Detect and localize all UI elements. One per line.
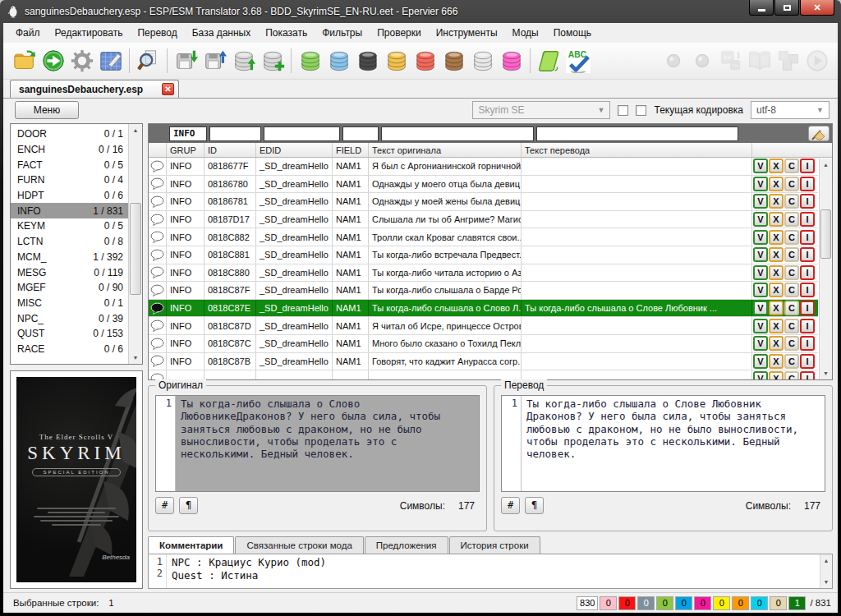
bottom-tab-3[interactable]: История строки [449, 536, 540, 554]
table-row[interactable]: INFO0818C87E_SD_dreamHelloNAM1Ты когда-л… [149, 300, 818, 318]
row-button-v[interactable]: V [753, 283, 768, 297]
sidebar-item-race[interactable]: RACE0 / 6 [11, 342, 128, 357]
sidebar-item-hdpt[interactable]: HDPT0 / 6 [11, 188, 128, 204]
scroll-up-icon[interactable]: ▲ [820, 554, 832, 567]
game-lock-checkbox[interactable] [618, 105, 628, 116]
header-cell-0[interactable]: GRUP [167, 143, 205, 157]
pilcrow-button[interactable]: ¶ [179, 497, 198, 514]
table-row[interactable]: INFO0818C87F_SD_dreamHelloNAM1Ты когда-л… [149, 282, 818, 300]
comments-scrollbar[interactable]: ▲ ▼ [820, 554, 832, 588]
db-upload-icon[interactable] [229, 47, 258, 76]
comments-content[interactable]: 1 2 NPC : Крациус Курио (mod) Quest : Ис… [148, 554, 833, 589]
table-scrollbar[interactable]: ▲ ▼ [819, 159, 832, 379]
row-button-v[interactable]: V [753, 301, 768, 315]
row-button-i[interactable]: I [800, 319, 815, 333]
scroll-down-icon[interactable]: ▼ [820, 576, 832, 588]
database-green-icon[interactable] [296, 47, 324, 76]
row-button-i[interactable]: I [800, 230, 815, 245]
menu-item-5[interactable]: Фильтры [315, 25, 370, 41]
sidebar-item-furn[interactable]: FURN0 / 4 [11, 172, 128, 188]
database-red-icon[interactable] [411, 47, 439, 76]
menu-button[interactable]: Меню [15, 101, 79, 119]
database-yellow-icon[interactable] [382, 47, 411, 76]
row-button-v[interactable]: V [753, 319, 768, 333]
sidebar-item-info[interactable]: INFO1 / 831 [11, 203, 128, 218]
database-white-icon[interactable] [468, 47, 497, 76]
row-button-c[interactable]: C [784, 159, 799, 173]
row-button-c[interactable]: C [784, 336, 799, 351]
sidebar-scrollbar[interactable]: ▲ ▼ [128, 124, 142, 364]
database-blue-icon[interactable] [324, 47, 353, 76]
row-button-c[interactable]: C [784, 265, 799, 280]
document-tab[interactable]: sanguinesDebauchery.esp ✕ [10, 80, 179, 98]
bottom-tab-0[interactable]: Комментарии [148, 536, 234, 554]
scroll-down-icon[interactable]: ▼ [820, 367, 832, 379]
table-row[interactable]: INFO08186781_SD_dreamHelloNAM1Однажды у … [149, 193, 818, 211]
row-button-v[interactable]: V [753, 194, 768, 209]
row-button-x[interactable]: X [769, 159, 784, 173]
save-export-icon[interactable] [200, 47, 229, 76]
table-row[interactable]: INFO0818677F_SD_dreamHelloNAM1Я был с Ар… [149, 158, 818, 176]
row-button-c[interactable]: C [784, 319, 799, 333]
row-button-c[interactable]: C [784, 194, 799, 209]
sidebar-item-lctn[interactable]: LCTN0 / 8 [11, 234, 128, 250]
row-button-x[interactable]: X [769, 336, 784, 351]
maximize-button[interactable] [774, 0, 799, 16]
menu-item-6[interactable]: Проверки [370, 25, 429, 41]
edit-options-icon[interactable] [96, 47, 125, 76]
table-row[interactable]: INFO0818C87C_SD_dreamHelloNAM1Много было… [149, 335, 818, 353]
script-icon[interactable] [535, 47, 563, 76]
row-button-i[interactable]: I [800, 354, 815, 369]
pilcrow-button[interactable]: ¶ [525, 497, 544, 514]
header-cell-1[interactable]: ID [205, 143, 256, 157]
menu-item-8[interactable]: Моды [505, 25, 546, 41]
filter-input-2[interactable] [264, 126, 340, 141]
filter-input-1[interactable] [209, 126, 261, 141]
row-button-i[interactable]: I [800, 283, 815, 297]
translation-text[interactable]: Ты когда-либо слышала о Слове Любовник Д… [522, 396, 825, 491]
close-button[interactable]: ✕ [800, 0, 834, 16]
filter-input-4[interactable] [381, 126, 534, 141]
row-button-i[interactable]: I [800, 247, 815, 262]
table-row[interactable]: INFO0818C882_SD_dreamHelloNAM1Тролли ска… [149, 228, 818, 246]
minimize-button[interactable] [749, 0, 774, 16]
row-button-i[interactable]: I [800, 212, 815, 227]
sidebar-item-keym[interactable]: KEYM0 / 5 [11, 218, 128, 234]
row-button-c[interactable]: C [784, 354, 799, 369]
row-button-v[interactable]: V [753, 265, 768, 280]
table-row[interactable]: INFO0818C87D_SD_dreamHelloNAM1Я читал об… [149, 317, 818, 335]
sidebar-item-fact[interactable]: FACT0 / 5 [11, 157, 128, 172]
row-button-x[interactable]: X [769, 247, 784, 262]
settings-icon[interactable] [67, 47, 96, 76]
clear-filters-button[interactable] [808, 126, 830, 141]
sidebar-item-misc[interactable]: MISC0 / 1 [11, 296, 128, 311]
sidebar-item-mesg[interactable]: MESG0 / 119 [11, 264, 128, 280]
db-add-icon[interactable] [258, 47, 287, 76]
table-row[interactable]: INFO0818C880_SD_dreamHelloNAM1Ты когда-л… [149, 264, 818, 283]
row-button-i[interactable]: I [800, 336, 815, 351]
sidebar-item-qust[interactable]: QUST0 / 153 [11, 326, 128, 342]
menu-item-2[interactable]: Перевод [130, 25, 184, 41]
database-brown-icon[interactable] [439, 47, 468, 76]
header-cell-4[interactable]: Текст оригинала [369, 143, 522, 157]
row-button-x[interactable]: X [769, 230, 784, 245]
sidebar-item-mgef[interactable]: MGEF0 / 90 [11, 280, 128, 296]
row-button-v[interactable]: V [753, 354, 768, 369]
row-button-x[interactable]: X [769, 354, 784, 369]
row-button-v[interactable]: V [753, 159, 768, 173]
table-row[interactable]: INFO08187D17_SD_dreamHelloNAM1Слышала ли… [149, 211, 818, 229]
scrollbar-thumb[interactable] [820, 209, 831, 259]
bottom-tab-1[interactable]: Связанные строки мода [235, 536, 363, 554]
row-button-c[interactable]: C [784, 247, 799, 262]
go-translate-icon[interactable] [39, 47, 67, 76]
row-button-x[interactable]: X [769, 265, 784, 280]
menu-item-7[interactable]: Инструменты [429, 25, 505, 41]
header-cell-3[interactable]: FIELD [333, 143, 369, 157]
sidebar-item-npc[interactable]: NPC_0 / 39 [11, 310, 128, 326]
spellcheck-icon[interactable]: ABC [563, 47, 592, 76]
row-button-i[interactable]: I [800, 265, 815, 280]
filter-input-3[interactable] [342, 126, 379, 141]
row-button-x[interactable]: X [769, 212, 784, 227]
row-button-v[interactable]: V [753, 247, 768, 262]
database-black-icon[interactable] [353, 47, 382, 76]
